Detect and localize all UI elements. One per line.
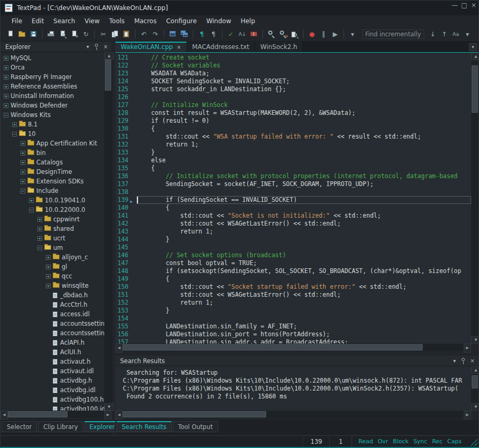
tree-item-mysql[interactable]: +MySQL [1, 53, 104, 63]
menu-view[interactable]: View [80, 17, 104, 25]
tree-item-ucrt[interactable]: +ucrt [1, 233, 104, 243]
expand-icon[interactable]: + [12, 122, 17, 127]
code-line-130[interactable]: 130 { [115, 125, 471, 133]
tab-winsock2-h[interactable]: WinSock2.h [255, 42, 303, 52]
tree-item-um[interactable]: −um [1, 243, 104, 252]
find-options-button[interactable]: ▾ [462, 28, 473, 40]
menu-window[interactable]: Window [201, 17, 236, 25]
undo-button[interactable]: ↶ [138, 28, 150, 40]
code-line-150[interactable]: 150 std::cout << "Socket startup failed … [115, 283, 471, 291]
expand-icon[interactable]: + [46, 274, 51, 279]
expand-icon[interactable]: + [46, 265, 51, 269]
code-line-125[interactable]: 125 struct sockaddr_in LANDestination {}… [115, 85, 471, 93]
tree-item-dbdao-h[interactable]: _dbdao.h [1, 290, 104, 300]
code-line-127[interactable]: 127 // Initialize WinSock [115, 101, 471, 109]
scrollbar-thumb[interactable] [123, 411, 266, 417]
sort-az-button[interactable]: A↓ [237, 28, 248, 40]
code-line-144[interactable]: 144 } [115, 236, 471, 244]
tree-item-uninstall-information[interactable]: +Uninstall Information [1, 91, 104, 101]
find-button[interactable] [266, 28, 277, 40]
code-line-146[interactable]: 146 // Set socket options (broadcast) [115, 251, 471, 259]
tree-item-orca[interactable]: +Orca [1, 63, 104, 72]
scrollbar-thumb[interactable] [105, 60, 111, 91]
tree-item-extension-sdks[interactable]: +Extension SDKs [1, 177, 104, 186]
tree-item-winsqlite[interactable]: +winsqlite [1, 281, 104, 290]
expand-icon[interactable]: + [21, 160, 25, 165]
collapse-icon[interactable]: − [37, 246, 42, 250]
expand-icon[interactable]: + [37, 236, 42, 241]
code-line-135[interactable]: 135 { [115, 164, 471, 172]
scroll-down-button[interactable]: ▼ [104, 403, 114, 411]
code-line-148[interactable]: 148 if (setsockopt(SendingSocket, SOL_SO… [115, 267, 471, 275]
code-line-155[interactable]: 155 LANDestination.sin_family = AF_INET; [115, 323, 471, 330]
copy-button[interactable] [109, 28, 121, 40]
result-line[interactable]: C:\Program Files (x86)\Windows Kits\10\I… [123, 385, 471, 393]
collapse-icon[interactable]: − [4, 113, 8, 118]
tree-item-activaut-idl[interactable]: activaut.idl [1, 366, 104, 376]
explorer-horizontal-scrollbar[interactable]: ◀ ▶ [1, 411, 112, 418]
find-next-down-button[interactable]: ↓ [427, 28, 438, 40]
show-marks-button[interactable]: ¶ [196, 28, 208, 40]
code-line-129[interactable]: 129 if (result != 0) [115, 117, 471, 125]
tree-item-windows-defender[interactable]: +Windows Defender [1, 101, 104, 110]
code-line-137[interactable]: 137 SendingSocket = socket(AF_INET, SOCK… [115, 180, 471, 188]
tree-item-app-certification-kit[interactable]: +App Certification Kit [1, 139, 104, 148]
expand-icon[interactable]: + [46, 255, 51, 260]
tree-item-10-0-19041-0[interactable]: +10.0.19041.0 [1, 196, 104, 205]
spell-check-button[interactable]: ✓ [225, 28, 237, 40]
code-line-154[interactable]: 154 [115, 315, 471, 323]
page-setup-button[interactable] [69, 28, 80, 40]
scroll-left-button[interactable]: ◀ [1, 411, 8, 420]
scrollbar-thumb[interactable] [472, 375, 478, 388]
expand-icon[interactable]: + [4, 75, 8, 80]
expand-icon[interactable]: + [4, 56, 8, 61]
more-button[interactable]: ▾ [347, 28, 358, 40]
menu-tools[interactable]: Tools [104, 17, 130, 25]
collapse-icon[interactable]: − [29, 208, 34, 212]
code-line-128[interactable]: 128 const int result = WSAStartup(MAKEWO… [115, 109, 471, 117]
code-line-140[interactable]: 140 { [115, 204, 471, 212]
expand-icon[interactable]: + [4, 65, 8, 70]
cascade-windows-button[interactable] [179, 28, 190, 40]
tree-item-8-1[interactable]: +8.1 [1, 120, 104, 129]
tree-item-catalogs[interactable]: +Catalogs [1, 158, 104, 167]
code-line-145[interactable]: 145 [115, 244, 471, 251]
code-line-121[interactable]: 121 // Create socket [115, 54, 471, 62]
tab-macaddresses-txt[interactable]: MACAddresses.txt [187, 42, 255, 52]
menu-edit[interactable]: Edit [27, 17, 48, 25]
document-list-button[interactable]: ▾ [469, 43, 477, 51]
new-document-button[interactable] [5, 28, 16, 40]
find-next-up-button[interactable]: ↑ [438, 28, 450, 40]
tree-item-10[interactable]: −10 [1, 129, 104, 139]
code-line-131[interactable]: 131 std::cout << "WSA startup failed wit… [115, 133, 471, 141]
find-in-files-button[interactable] [289, 28, 300, 40]
reload-button[interactable]: ↻ [80, 28, 92, 40]
code-line-132[interactable]: 132 return 1; [115, 141, 471, 149]
scroll-up-button[interactable]: ▲ [471, 53, 479, 60]
tree-item-accctrl-h[interactable]: AccCtrl.h [1, 300, 104, 309]
code-line-141[interactable]: 141 std::cout << "Socket is not initiali… [115, 212, 471, 220]
code-line-142[interactable]: 142 std::cout << WSAGetLastError() << st… [115, 220, 471, 228]
paste-button[interactable] [121, 28, 132, 40]
tab-wakeonlan-cpp[interactable]: WakeOnLAN.cpp× [115, 42, 187, 52]
incremental-find-input[interactable] [362, 30, 424, 39]
expand-icon[interactable]: + [29, 198, 34, 203]
code-line-157[interactable]: 157 LANDestination.sin_addr.s_addr = Bro… [115, 338, 471, 344]
open-file-button[interactable] [16, 28, 28, 40]
wrap-text-button[interactable]: ¶ [208, 28, 219, 40]
code-line-124[interactable]: 124 SOCKET SendingSocket = INVALID_SOCKE… [115, 77, 471, 85]
expand-icon[interactable]: + [21, 179, 25, 184]
pause-macro-button[interactable]: ‖ [318, 28, 329, 40]
expand-icon[interactable]: + [21, 141, 25, 146]
code-line-153[interactable]: 153 } [115, 307, 471, 315]
tree-item-raspberry-pi-imager[interactable]: +Raspberry Pi Imager [1, 72, 104, 82]
resize-grip[interactable] [468, 436, 478, 447]
expand-icon[interactable]: + [37, 227, 42, 231]
redo-button[interactable]: ↷ [150, 28, 161, 40]
result-line[interactable]: Found 2 occurrence(s) in 2 file(s), 1586… [123, 393, 471, 401]
scrollbar-track[interactable] [104, 60, 112, 403]
tree-item-gl[interactable]: +gl [1, 262, 104, 271]
code-line-126[interactable]: 126 [115, 93, 471, 101]
replace-button[interactable]: ↷ [277, 28, 289, 40]
panel-close-button[interactable]: × [101, 43, 110, 51]
